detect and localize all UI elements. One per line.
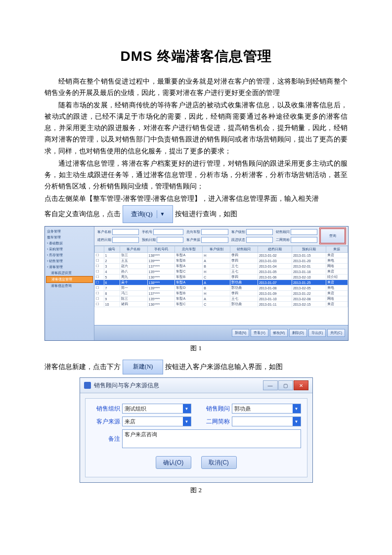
dropdown-icon: ▼: [293, 404, 301, 413]
screenshot-2-dialog: 销售顾问与客户来源信息 — ▢ ✕ 销售组织 测试组织▼ 销售顾问 郭功鼎▼ 客…: [80, 377, 313, 483]
new-button[interactable]: 新建(N): [232, 329, 250, 337]
field-label: 二网简称: [201, 417, 230, 426]
inline-query-row: 客自定义查询信息，点击 查询(Q) ▼ 按钮进行查询，如图: [44, 205, 348, 223]
sidebar-item[interactable]: › 库存管理: [46, 252, 93, 258]
grid-column-header: 建档日期: [258, 246, 292, 253]
query-button-image: 查询(Q) ▼: [123, 205, 173, 223]
data-grid: 编号客户名称手机号码意向车型客户级别销售顾问建档日期预购日期来源 ☐1张三138…: [94, 246, 348, 325]
inline-text-after: 按钮进入客户来源信息输入界面，如图: [165, 361, 283, 372]
row-checkbox[interactable]: ☐: [95, 275, 104, 280]
row-checkbox[interactable]: ☐: [95, 285, 104, 291]
grid-column-header: 客户级别: [203, 246, 230, 253]
delete-button[interactable]: 删除(D): [289, 329, 307, 337]
row-checkbox[interactable]: ☐: [95, 253, 104, 258]
customer-source-select[interactable]: 来店▼: [122, 416, 191, 426]
filter-panel: 客户名称 手机号 意向车型 客户级别 销售顾问 查询 建档日期 预购日期 客户来…: [94, 227, 348, 246]
filter-input[interactable]: [291, 237, 317, 243]
filter-input[interactable]: [201, 229, 228, 235]
inline-text-after: 按钮进行查询，如图: [175, 208, 237, 220]
sales-org-select[interactable]: 测试组织▼: [122, 404, 191, 414]
filter-input[interactable]: [157, 237, 183, 243]
table-row[interactable]: ☐7郑一139****车型DB郭功鼎2013-01-082013-02-05来电: [95, 285, 348, 291]
footer-toolbar: 新建(N) 查看(V) 修改(M) 删除(D) 导出(E) 关闭(C): [94, 325, 348, 340]
filter-input[interactable]: [112, 237, 139, 243]
filter-input[interactable]: [112, 229, 139, 235]
page-title: DMS 终端潜客信息管理: [44, 47, 348, 66]
grid-column-header: 预购日期: [292, 246, 326, 253]
table-row[interactable]: ☐2王五139****车型BA李四2013-01-032013-01-20来电: [95, 258, 348, 264]
filter-input[interactable]: [153, 229, 183, 235]
chevron-down-icon: ▼: [157, 210, 165, 219]
paragraph-4: 点击左侧菜单【整车管理-潜客管理-潜客信息管理】，进入潜客信息管理界面，输入相关…: [44, 193, 348, 204]
sales-consultant-select[interactable]: 郭功鼎▼: [232, 404, 301, 414]
screenshot-1: 业务管理 整车管理 › 基础数据 › 采购管理 › 库存管理 › 销售管理 › …: [44, 226, 348, 341]
paragraph-1: 经销商在整个销售促进过程中，最重要的业务就是对潜在客户的管理，这将影响到经销商整…: [44, 76, 348, 98]
field-label: 客户来源: [91, 417, 120, 426]
row-checkbox[interactable]: ☐: [95, 280, 104, 285]
app-icon: [84, 382, 91, 389]
dropdown-icon: ▼: [293, 417, 301, 426]
filter-input[interactable]: [201, 237, 228, 243]
close-button[interactable]: ✕: [294, 380, 308, 390]
table-row[interactable]: ☐8冯二137****车型BH李四2013-01-092013-01-22来店: [95, 291, 348, 296]
sidebar-item[interactable]: › 采购管理: [46, 246, 93, 252]
table-row[interactable]: ☐6吴十138****车型AA郭功鼎2013-01-072013-01-25来店: [95, 280, 348, 285]
sidebar-item[interactable]: 业务管理: [46, 229, 93, 234]
minimize-button[interactable]: —: [263, 380, 278, 390]
row-checkbox[interactable]: ☐: [95, 291, 104, 296]
dropdown-icon: ▼: [183, 417, 191, 426]
cancel-button[interactable]: 取消(C): [201, 456, 237, 469]
paragraph-3: 通过潜客信息管理，将潜在客户档案更好的进行管理，对销售顾问的跟进采用更多主动式的…: [44, 158, 348, 192]
export-button[interactable]: 导出(E): [308, 329, 326, 337]
table-row[interactable]: ☐10褚四136****车型CC郭功鼎2013-01-112013-02-15来…: [95, 302, 348, 307]
sidebar-subitem[interactable]: 潜客信息查询: [46, 283, 93, 289]
second-net-select[interactable]: ▼: [232, 416, 301, 426]
sidebar-subitem-active[interactable]: 潜客信息管理: [46, 276, 93, 283]
sidebar-item[interactable]: › 潜客管理: [46, 264, 93, 270]
field-label: 销售顾问: [201, 405, 230, 413]
filter-query-button[interactable]: 查询: [320, 229, 345, 243]
table-row[interactable]: ☐5周九136****车型BC李四2013-01-062013-02-10转介绍: [95, 275, 348, 280]
view-button[interactable]: 查看(V): [251, 329, 268, 337]
maximize-button[interactable]: ▢: [278, 380, 293, 390]
row-checkbox[interactable]: ☐: [95, 258, 104, 264]
row-checkbox[interactable]: ☐: [95, 302, 104, 307]
grid-column-header: 客户名称: [120, 246, 147, 253]
paragraph-2: 随着市场的发展，经销商传统的等待客户进店的被动式收集潜客信息，以及收集潜客信息后…: [44, 99, 348, 156]
field-label: 备注: [91, 435, 120, 443]
filter-input[interactable]: [291, 229, 317, 235]
sidebar-subitem[interactable]: 潜客跟进设置: [46, 270, 93, 276]
figure-caption-2: 图 2: [44, 486, 348, 495]
inline-new-row: 潜客信息新建，点击下方 新建(N) 按钮进入客户来源信息输入界面，如图: [44, 360, 348, 374]
sidebar-item[interactable]: › 销售管理: [46, 258, 93, 264]
remark-textarea[interactable]: 客户来店咨询: [122, 429, 301, 448]
filter-input[interactable]: [246, 237, 273, 243]
filter-input[interactable]: [246, 229, 273, 235]
grid-column-header: [95, 246, 104, 253]
confirm-button[interactable]: 确认(O): [156, 456, 191, 469]
row-checkbox[interactable]: ☐: [95, 269, 104, 275]
table-row[interactable]: ☐3赵六137****车型AB王七2013-01-042013-02-01网络: [95, 264, 348, 269]
table-row[interactable]: ☐9陈三135****车型AA王七2013-01-102013-02-08网络: [95, 296, 348, 302]
table-row[interactable]: ☐1张三138****车型AH李四2013-01-022013-01-15来店: [95, 253, 348, 258]
close-button[interactable]: 关闭(C): [327, 329, 345, 337]
inline-text-before: 潜客信息新建，点击下方: [44, 361, 121, 372]
grid-column-header: 编号: [104, 246, 120, 253]
grid-column-header: 来源: [326, 246, 348, 253]
sidebar-item[interactable]: 整车管理: [46, 234, 93, 240]
row-checkbox[interactable]: ☐: [95, 264, 104, 269]
grid-column-header: 手机号码: [147, 246, 175, 253]
figure-caption-1: 图 1: [44, 344, 348, 353]
edit-button[interactable]: 修改(M): [270, 329, 288, 337]
grid-column-header: 销售顾问: [230, 246, 258, 253]
grid-column-header: 意向车型: [175, 246, 203, 253]
row-checkbox[interactable]: ☐: [95, 296, 104, 302]
sidebar: 业务管理 整车管理 › 基础数据 › 采购管理 › 库存管理 › 销售管理 › …: [45, 227, 94, 340]
field-label: 销售组织: [91, 405, 120, 413]
dialog-titlebar: 销售顾问与客户来源信息 — ▢ ✕: [80, 378, 312, 393]
table-row[interactable]: ☐4孙八135****车型CH王七2013-01-052013-01-18来店: [95, 269, 348, 275]
dialog-title: 销售顾问与客户来源信息: [94, 381, 159, 390]
inline-text-before: 客自定义查询信息，点击: [44, 208, 121, 220]
sidebar-item[interactable]: › 基础数据: [46, 240, 93, 246]
dropdown-icon: ▼: [183, 404, 191, 413]
